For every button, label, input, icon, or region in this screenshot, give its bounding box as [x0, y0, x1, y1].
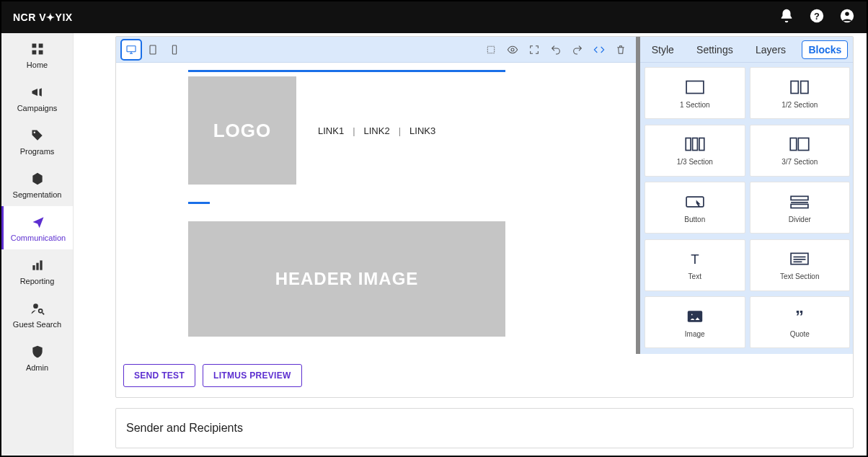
select-icon[interactable]	[482, 40, 500, 59]
block-3-7-section[interactable]: 3/7 Section	[750, 125, 851, 177]
svg-rect-10	[36, 263, 38, 270]
svg-rect-25	[791, 138, 797, 151]
sidebar-item-campaigns[interactable]: Campaigns	[1, 76, 73, 120]
undo-icon[interactable]	[546, 40, 565, 59]
svg-rect-21	[801, 81, 808, 93]
sidebar-item-label: Programs	[20, 147, 55, 156]
svg-rect-11	[40, 260, 42, 270]
top-bar: NCR V✦YIX ?	[1, 1, 867, 33]
device-desktop-icon[interactable]	[122, 40, 141, 59]
block-handle[interactable]	[188, 202, 210, 204]
logo-placeholder[interactable]: LOGO	[188, 76, 296, 185]
topbar-icons: ?	[779, 8, 855, 27]
preview-eye-icon[interactable]	[503, 40, 522, 59]
editor-toolbar	[116, 37, 636, 63]
sidebar-item-label: Campaigns	[17, 104, 58, 112]
nav-link[interactable]: LINK3	[409, 125, 435, 136]
svg-text:?: ?	[814, 11, 820, 22]
send-icon	[31, 215, 45, 229]
separator: |	[353, 125, 355, 136]
selected-block[interactable]: LOGO LINK1 | LINK2 | LINK3	[188, 70, 505, 185]
svg-point-12	[33, 303, 38, 309]
svg-rect-4	[32, 44, 36, 48]
sidebar-item-label: Guest Search	[13, 320, 61, 329]
nav-link[interactable]: LINK2	[364, 125, 390, 136]
main-content: LOGO LINK1 | LINK2 | LINK3	[74, 33, 867, 456]
blocks-palette: 1 Section 1/2 Section 1/3 Section 3	[640, 63, 853, 354]
editor-canvas-pane: LOGO LINK1 | LINK2 | LINK3	[116, 37, 640, 354]
svg-rect-6	[32, 50, 36, 55]
block-button[interactable]: Button	[645, 182, 745, 234]
editor-right-panel: Style Settings Layers Blocks 1 Section 1…	[640, 37, 853, 354]
svg-rect-17	[487, 46, 494, 53]
right-panel-tabs: Style Settings Layers Blocks	[640, 37, 853, 63]
device-tablet-icon[interactable]	[143, 40, 162, 59]
hex-icon	[30, 172, 45, 186]
sidebar-item-label: Reporting	[20, 277, 55, 285]
user-search-icon	[30, 301, 45, 316]
shield-icon	[30, 345, 45, 359]
sidebar-item-guest-search[interactable]: Guest Search	[1, 293, 73, 336]
grid-icon	[30, 42, 45, 56]
tab-blocks[interactable]: Blocks	[802, 41, 847, 58]
block-divider[interactable]: Divider	[750, 182, 851, 234]
sidebar-item-label: Admin	[26, 363, 48, 372]
block-1-section[interactable]: 1 Section	[645, 67, 745, 119]
block-image[interactable]: Image	[645, 296, 745, 348]
nav-links: LINK1 | LINK2 | LINK3	[318, 125, 435, 136]
svg-rect-15	[150, 45, 156, 54]
tab-layers[interactable]: Layers	[750, 41, 792, 58]
tag-icon	[30, 128, 45, 143]
sender-recipients-panel[interactable]: Sender and Recipients	[115, 408, 854, 448]
block-1-3-section[interactable]: 1/3 Section	[645, 125, 745, 177]
block-1-2-section[interactable]: 1/2 Section	[750, 67, 851, 119]
svg-rect-16	[172, 45, 176, 54]
svg-rect-26	[799, 138, 809, 151]
send-test-button[interactable]: SEND TEST	[123, 364, 195, 387]
account-icon[interactable]	[839, 8, 855, 27]
device-mobile-icon[interactable]	[165, 40, 184, 59]
svg-rect-22	[686, 138, 691, 151]
sidebar: Home Campaigns Programs Segmentation Com…	[1, 33, 74, 456]
help-icon[interactable]: ?	[809, 8, 825, 27]
fullscreen-icon[interactable]	[525, 40, 544, 59]
svg-rect-30	[791, 204, 808, 208]
block-text[interactable]: T Text	[645, 239, 745, 291]
sidebar-item-label: Communication	[11, 234, 66, 242]
sidebar-item-admin[interactable]: Admin	[1, 336, 73, 379]
editor-canvas[interactable]: LOGO LINK1 | LINK2 | LINK3	[116, 63, 636, 354]
svg-rect-24	[699, 138, 704, 151]
sidebar-item-reporting[interactable]: Reporting	[1, 249, 73, 293]
svg-rect-23	[692, 138, 697, 151]
header-image-placeholder[interactable]: HEADER IMAGE	[188, 221, 505, 337]
svg-rect-5	[38, 44, 43, 48]
litmus-preview-button[interactable]: LITMUS PREVIEW	[203, 364, 302, 387]
svg-text:”: ”	[795, 307, 804, 326]
svg-rect-9	[32, 265, 35, 270]
nav-link[interactable]: LINK1	[318, 125, 344, 136]
tab-settings[interactable]: Settings	[691, 41, 739, 58]
sidebar-item-programs[interactable]: Programs	[1, 120, 73, 163]
code-icon[interactable]	[590, 40, 608, 59]
svg-text:T: T	[691, 252, 699, 267]
svg-point-8	[33, 132, 35, 134]
svg-rect-7	[38, 50, 43, 55]
svg-point-37	[691, 314, 693, 316]
sidebar-item-label: Segmentation	[13, 190, 62, 199]
bell-icon[interactable]	[779, 8, 794, 27]
block-quote[interactable]: ” Quote	[750, 296, 851, 348]
sidebar-item-communication[interactable]: Communication	[1, 206, 73, 249]
panel-actions: SEND TEST LITMUS PREVIEW	[116, 354, 853, 397]
brand-logo: NCR V✦YIX	[13, 12, 73, 23]
sidebar-item-segmentation[interactable]: Segmentation	[1, 163, 73, 206]
svg-rect-20	[791, 81, 798, 93]
tab-style[interactable]: Style	[646, 41, 680, 58]
sidebar-item-home[interactable]: Home	[1, 33, 73, 76]
block-text-section[interactable]: Text Section	[750, 239, 851, 291]
sidebar-item-label: Home	[27, 61, 48, 69]
body-content-panel: LOGO LINK1 | LINK2 | LINK3	[115, 36, 854, 398]
trash-icon[interactable]	[611, 40, 630, 59]
svg-rect-28	[791, 196, 808, 200]
redo-icon[interactable]	[568, 40, 587, 59]
svg-rect-27	[686, 197, 704, 207]
